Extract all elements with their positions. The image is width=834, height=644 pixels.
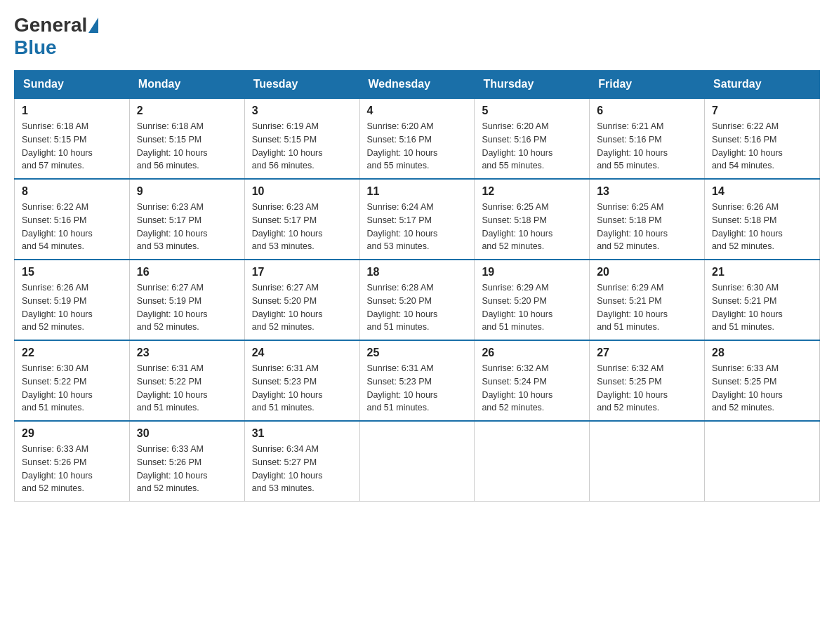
calendar-cell: 25 Sunrise: 6:31 AMSunset: 5:23 PMDaylig… <box>359 340 475 421</box>
calendar-header-sunday: Sunday <box>15 71 130 99</box>
calendar-cell: 1 Sunrise: 6:18 AMSunset: 5:15 PMDayligh… <box>15 98 130 179</box>
day-info: Sunrise: 6:20 AMSunset: 5:16 PMDaylight:… <box>367 120 468 173</box>
day-info: Sunrise: 6:20 AMSunset: 5:16 PMDaylight:… <box>482 120 582 173</box>
calendar-week-row: 8 Sunrise: 6:22 AMSunset: 5:16 PMDayligh… <box>15 179 820 260</box>
calendar-cell: 24 Sunrise: 6:31 AMSunset: 5:23 PMDaylig… <box>244 340 359 421</box>
day-number: 14 <box>712 185 812 198</box>
calendar-cell: 6 Sunrise: 6:21 AMSunset: 5:16 PMDayligh… <box>590 98 705 179</box>
calendar-cell: 4 Sunrise: 6:20 AMSunset: 5:16 PMDayligh… <box>359 98 475 179</box>
page-header: General Blue <box>14 14 820 59</box>
day-info: Sunrise: 6:32 AMSunset: 5:25 PMDaylight:… <box>597 362 697 415</box>
day-info: Sunrise: 6:18 AMSunset: 5:15 PMDaylight:… <box>22 120 122 173</box>
day-info: Sunrise: 6:34 AMSunset: 5:27 PMDaylight:… <box>252 443 352 495</box>
logo-triangle-icon <box>88 18 98 33</box>
day-info: Sunrise: 6:19 AMSunset: 5:15 PMDaylight:… <box>252 120 352 173</box>
calendar-cell: 13 Sunrise: 6:25 AMSunset: 5:18 PMDaylig… <box>590 179 705 260</box>
day-info: Sunrise: 6:31 AMSunset: 5:23 PMDaylight:… <box>252 362 352 415</box>
day-info: Sunrise: 6:25 AMSunset: 5:18 PMDaylight:… <box>482 201 582 253</box>
day-number: 6 <box>597 105 697 117</box>
calendar-cell: 9 Sunrise: 6:23 AMSunset: 5:17 PMDayligh… <box>129 179 244 260</box>
calendar-header-friday: Friday <box>590 71 705 99</box>
calendar-header-row: SundayMondayTuesdayWednesdayThursdayFrid… <box>15 71 820 99</box>
day-info: Sunrise: 6:22 AMSunset: 5:16 PMDaylight:… <box>22 201 122 253</box>
logo-general-text: General <box>14 14 87 36</box>
day-number: 13 <box>597 185 697 198</box>
day-info: Sunrise: 6:22 AMSunset: 5:16 PMDaylight:… <box>712 120 812 173</box>
calendar-cell: 26 Sunrise: 6:32 AMSunset: 5:24 PMDaylig… <box>475 340 590 421</box>
day-info: Sunrise: 6:31 AMSunset: 5:23 PMDaylight:… <box>367 362 468 415</box>
day-info: Sunrise: 6:30 AMSunset: 5:21 PMDaylight:… <box>712 281 812 334</box>
calendar-cell <box>705 421 820 502</box>
calendar-cell: 29 Sunrise: 6:33 AMSunset: 5:26 PMDaylig… <box>15 421 130 502</box>
calendar-cell: 22 Sunrise: 6:30 AMSunset: 5:22 PMDaylig… <box>15 340 130 421</box>
day-number: 17 <box>252 266 352 279</box>
calendar-cell: 15 Sunrise: 6:26 AMSunset: 5:19 PMDaylig… <box>15 260 130 340</box>
calendar-cell: 10 Sunrise: 6:23 AMSunset: 5:17 PMDaylig… <box>244 179 359 260</box>
day-number: 4 <box>367 105 468 117</box>
day-info: Sunrise: 6:29 AMSunset: 5:20 PMDaylight:… <box>482 281 582 334</box>
day-number: 31 <box>252 427 352 440</box>
day-info: Sunrise: 6:32 AMSunset: 5:24 PMDaylight:… <box>482 362 582 415</box>
day-number: 26 <box>482 347 582 359</box>
day-number: 3 <box>252 105 352 117</box>
calendar-cell: 19 Sunrise: 6:29 AMSunset: 5:20 PMDaylig… <box>475 260 590 340</box>
day-number: 5 <box>482 105 582 117</box>
calendar-header-saturday: Saturday <box>705 71 820 99</box>
calendar-cell: 17 Sunrise: 6:27 AMSunset: 5:20 PMDaylig… <box>244 260 359 340</box>
day-number: 22 <box>22 347 122 359</box>
day-info: Sunrise: 6:23 AMSunset: 5:17 PMDaylight:… <box>137 201 237 253</box>
calendar-cell: 3 Sunrise: 6:19 AMSunset: 5:15 PMDayligh… <box>244 98 359 179</box>
day-info: Sunrise: 6:31 AMSunset: 5:22 PMDaylight:… <box>137 362 237 415</box>
calendar-cell: 23 Sunrise: 6:31 AMSunset: 5:22 PMDaylig… <box>129 340 244 421</box>
day-info: Sunrise: 6:33 AMSunset: 5:26 PMDaylight:… <box>137 443 237 495</box>
calendar-week-row: 1 Sunrise: 6:18 AMSunset: 5:15 PMDayligh… <box>15 98 820 179</box>
calendar-table: SundayMondayTuesdayWednesdayThursdayFrid… <box>14 70 820 502</box>
calendar-cell: 12 Sunrise: 6:25 AMSunset: 5:18 PMDaylig… <box>475 179 590 260</box>
day-number: 7 <box>712 105 812 117</box>
calendar-cell: 2 Sunrise: 6:18 AMSunset: 5:15 PMDayligh… <box>129 98 244 179</box>
calendar-cell: 7 Sunrise: 6:22 AMSunset: 5:16 PMDayligh… <box>705 98 820 179</box>
day-info: Sunrise: 6:27 AMSunset: 5:20 PMDaylight:… <box>252 281 352 334</box>
calendar-header-wednesday: Wednesday <box>359 71 475 99</box>
day-number: 9 <box>137 185 237 198</box>
calendar-header-monday: Monday <box>129 71 244 99</box>
calendar-week-row: 22 Sunrise: 6:30 AMSunset: 5:22 PMDaylig… <box>15 340 820 421</box>
day-number: 30 <box>137 427 237 440</box>
calendar-header-thursday: Thursday <box>475 71 590 99</box>
day-number: 11 <box>367 185 468 198</box>
day-info: Sunrise: 6:33 AMSunset: 5:26 PMDaylight:… <box>22 443 122 495</box>
day-number: 10 <box>252 185 352 198</box>
day-number: 16 <box>137 266 237 279</box>
day-number: 2 <box>137 105 237 117</box>
day-info: Sunrise: 6:33 AMSunset: 5:25 PMDaylight:… <box>712 362 812 415</box>
day-info: Sunrise: 6:21 AMSunset: 5:16 PMDaylight:… <box>597 120 697 173</box>
calendar-cell: 14 Sunrise: 6:26 AMSunset: 5:18 PMDaylig… <box>705 179 820 260</box>
day-number: 8 <box>22 185 122 198</box>
day-info: Sunrise: 6:25 AMSunset: 5:18 PMDaylight:… <box>597 201 697 253</box>
calendar-cell: 18 Sunrise: 6:28 AMSunset: 5:20 PMDaylig… <box>359 260 475 340</box>
calendar-cell: 16 Sunrise: 6:27 AMSunset: 5:19 PMDaylig… <box>129 260 244 340</box>
day-info: Sunrise: 6:26 AMSunset: 5:18 PMDaylight:… <box>712 201 812 253</box>
day-number: 12 <box>482 185 582 198</box>
calendar-cell <box>590 421 705 502</box>
calendar-cell: 28 Sunrise: 6:33 AMSunset: 5:25 PMDaylig… <box>705 340 820 421</box>
day-info: Sunrise: 6:23 AMSunset: 5:17 PMDaylight:… <box>252 201 352 253</box>
calendar-cell <box>359 421 475 502</box>
calendar-header-tuesday: Tuesday <box>244 71 359 99</box>
calendar-cell <box>475 421 590 502</box>
day-number: 25 <box>367 347 468 359</box>
day-number: 29 <box>22 427 122 440</box>
calendar-cell: 20 Sunrise: 6:29 AMSunset: 5:21 PMDaylig… <box>590 260 705 340</box>
logo: General Blue <box>14 14 100 59</box>
day-number: 1 <box>22 105 122 117</box>
day-number: 21 <box>712 266 812 279</box>
day-info: Sunrise: 6:29 AMSunset: 5:21 PMDaylight:… <box>597 281 697 334</box>
day-number: 19 <box>482 266 582 279</box>
calendar-cell: 27 Sunrise: 6:32 AMSunset: 5:25 PMDaylig… <box>590 340 705 421</box>
calendar-cell: 30 Sunrise: 6:33 AMSunset: 5:26 PMDaylig… <box>129 421 244 502</box>
logo-blue-text: Blue <box>14 36 57 58</box>
day-info: Sunrise: 6:27 AMSunset: 5:19 PMDaylight:… <box>137 281 237 334</box>
calendar-cell: 31 Sunrise: 6:34 AMSunset: 5:27 PMDaylig… <box>244 421 359 502</box>
day-number: 27 <box>597 347 697 359</box>
day-info: Sunrise: 6:18 AMSunset: 5:15 PMDaylight:… <box>137 120 237 173</box>
